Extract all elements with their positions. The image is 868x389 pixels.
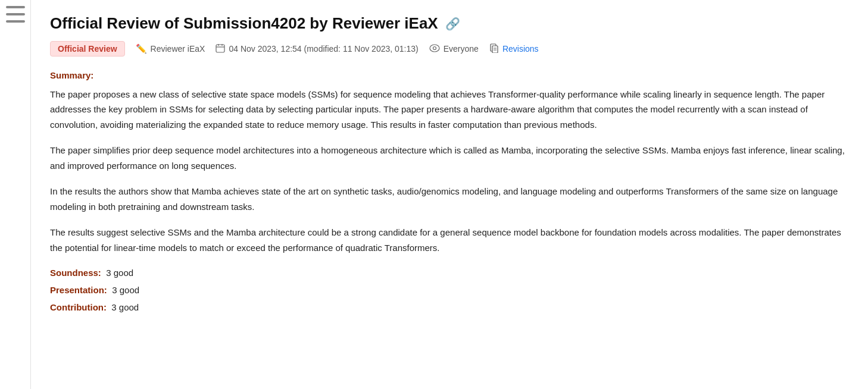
sidebar-icon-1[interactable] [6, 6, 25, 8]
revisions-icon [489, 43, 499, 55]
paragraph-1: The paper proposes a new class of select… [50, 87, 849, 133]
official-review-badge[interactable]: Official Review [50, 41, 125, 57]
presentation-value: 3 good [110, 285, 139, 295]
sidebar-icon-2[interactable] [6, 13, 25, 15]
page-title: Official Review of Submission4202 by Rev… [50, 14, 438, 33]
title-row: Official Review of Submission4202 by Rev… [50, 14, 849, 33]
soundness-label: Soundness: [50, 268, 101, 278]
visibility-text: Everyone [444, 44, 479, 54]
paragraph-3: In the results the authors show that Mam… [50, 184, 849, 214]
eye-icon [429, 44, 440, 54]
svg-rect-7 [492, 46, 498, 53]
date-text: 04 Nov 2023, 12:54 (modified: 11 Nov 202… [229, 44, 418, 54]
contribution-value: 3 good [109, 302, 139, 312]
edit-icon: ✏️ [136, 43, 147, 54]
revisions-text: Revisions [502, 44, 539, 54]
sidebar-icon-3[interactable] [6, 20, 25, 23]
svg-point-4 [430, 45, 439, 52]
reviewer-meta: ✏️ Reviewer iEaX [136, 43, 205, 54]
link-icon[interactable]: 🔗 [445, 17, 460, 31]
paragraph-2: The paper simplifies prior deep sequence… [50, 143, 849, 173]
reviewer-name: Reviewer iEaX [151, 44, 205, 54]
page-wrapper: Official Review of Submission4202 by Rev… [0, 0, 868, 389]
svg-point-5 [433, 46, 436, 49]
contribution-row: Contribution: 3 good [50, 300, 849, 315]
revisions-meta[interactable]: Revisions [489, 43, 539, 55]
date-meta: 04 Nov 2023, 12:54 (modified: 11 Nov 202… [216, 43, 418, 55]
sidebar [0, 0, 31, 389]
main-content: Official Review of Submission4202 by Rev… [31, 0, 868, 389]
calendar-icon [216, 43, 225, 55]
ratings-section: Soundness: 3 good Presentation: 3 good C… [50, 266, 849, 315]
contribution-label: Contribution: [50, 302, 107, 312]
visibility-meta: Everyone [429, 44, 479, 54]
paragraph-4: The results suggest selective SSMs and t… [50, 225, 849, 255]
svg-rect-0 [216, 45, 224, 52]
meta-row: Official Review ✏️ Reviewer iEaX 04 Nov … [50, 41, 849, 57]
soundness-row: Soundness: 3 good [50, 266, 849, 281]
presentation-label: Presentation: [50, 285, 107, 295]
content-body: Summary: The paper proposes a new class … [50, 68, 849, 315]
summary-label: Summary: [50, 68, 849, 83]
presentation-row: Presentation: 3 good [50, 283, 849, 298]
soundness-value: 3 good [104, 268, 133, 278]
